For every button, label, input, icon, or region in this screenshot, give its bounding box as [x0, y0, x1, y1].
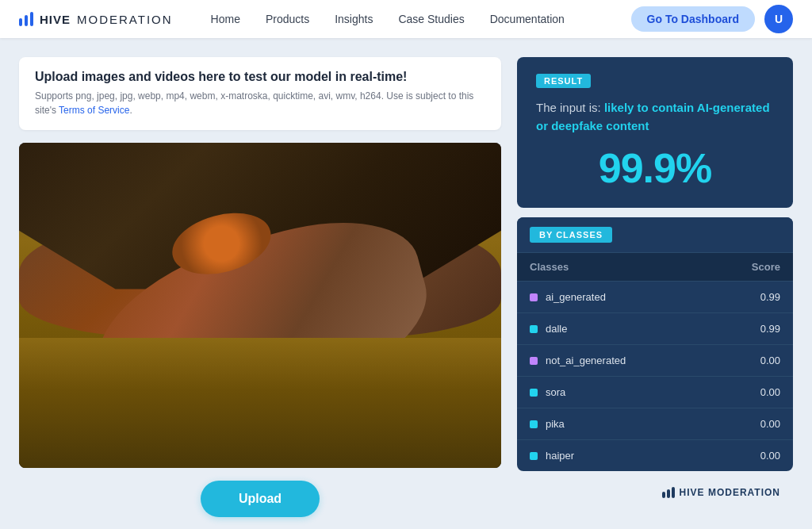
- table-header: Classes Score: [517, 252, 793, 281]
- uploaded-image: [19, 143, 501, 468]
- row-indicator: [530, 389, 538, 397]
- row-label: dalle: [546, 323, 733, 335]
- row-indicator: [530, 325, 538, 333]
- footer-logo-icon: [662, 487, 675, 498]
- row-score: 0.99: [733, 323, 780, 335]
- brand-name: HIVE: [40, 13, 71, 26]
- footer-logo: HIVE MODERATION: [517, 481, 793, 504]
- row-indicator: [530, 357, 538, 365]
- nav-case-studies[interactable]: Case Studies: [398, 13, 464, 25]
- col-score: Score: [733, 261, 780, 273]
- classes-badge: BY CLASSES: [530, 227, 612, 243]
- upload-header: Upload images and videos here to test ou…: [19, 57, 501, 130]
- row-score: 0.00: [733, 418, 780, 430]
- classes-header: BY CLASSES: [517, 217, 793, 252]
- brand-sub: MODERATION: [77, 13, 173, 26]
- navbar: HIVE MODERATION Home Products Insights C…: [0, 0, 812, 38]
- logo-bar-3: [30, 12, 33, 26]
- result-badge: RESULT: [536, 74, 591, 88]
- row-score: 0.00: [733, 386, 780, 398]
- row-label: sora: [546, 386, 733, 398]
- result-card: RESULT The input is: likely to contain A…: [517, 57, 793, 208]
- right-panel: RESULT The input is: likely to contain A…: [517, 57, 793, 504]
- left-panel: Upload images and videos here to test ou…: [19, 57, 501, 517]
- avatar[interactable]: U: [764, 5, 793, 33]
- row-score: 0.99: [733, 291, 780, 303]
- result-text: The input is: likely to contain AI-gener…: [536, 99, 774, 135]
- row-indicator: [530, 452, 538, 460]
- nav-right: Go To Dashboard U: [631, 5, 793, 33]
- logo-bar-2: [25, 15, 28, 26]
- upload-btn-container: Upload: [19, 481, 501, 517]
- classes-card: BY CLASSES Classes Score ai_generated 0.…: [517, 217, 793, 471]
- scene-water: [67, 355, 453, 420]
- table-row: dalle 0.99: [517, 312, 793, 344]
- table-row: sora 0.00: [517, 376, 793, 408]
- row-indicator: [530, 293, 538, 301]
- row-label: pika: [546, 418, 733, 430]
- upload-title: Upload images and videos here to test ou…: [35, 70, 485, 84]
- footer-bar-3: [672, 487, 675, 498]
- terms-link[interactable]: Terms of Service: [59, 105, 129, 116]
- logo: HIVE MODERATION: [19, 12, 173, 26]
- row-label: haiper: [546, 450, 733, 462]
- upload-description: Supports png, jpeg, jpg, webp, mp4, webm…: [35, 89, 485, 117]
- main-content: Upload images and videos here to test ou…: [0, 38, 812, 529]
- footer-bar-1: [662, 492, 665, 498]
- row-indicator: [530, 420, 538, 428]
- table-row: ai_generated 0.99: [517, 281, 793, 312]
- table-row: pika 0.00: [517, 408, 793, 439]
- row-label: not_ai_generated: [546, 355, 733, 366]
- nav-documentation[interactable]: Documentation: [490, 13, 565, 25]
- dashboard-button[interactable]: Go To Dashboard: [631, 6, 755, 32]
- result-label: The input is:: [536, 101, 604, 114]
- table-row: haiper 0.00: [517, 439, 793, 471]
- nav-home[interactable]: Home: [211, 13, 240, 25]
- classes-table-body: ai_generated 0.99 dalle 0.99 not_ai_gene…: [517, 281, 793, 471]
- table-row: not_ai_generated 0.00: [517, 344, 793, 376]
- upload-button[interactable]: Upload: [201, 481, 320, 517]
- row-score: 0.00: [733, 450, 780, 462]
- nav-products[interactable]: Products: [266, 13, 309, 25]
- image-container: [19, 143, 501, 468]
- row-score: 0.00: [733, 355, 780, 366]
- logo-bar-1: [19, 18, 22, 26]
- result-percentage: 99.9%: [536, 144, 774, 192]
- row-label: ai_generated: [546, 291, 733, 303]
- col-classes: Classes: [530, 261, 733, 273]
- logo-icon: [19, 12, 33, 26]
- footer-bar-2: [667, 489, 670, 498]
- nav-links: Home Products Insights Case Studies Docu…: [211, 13, 631, 25]
- nav-insights[interactable]: Insights: [335, 13, 373, 25]
- footer-brand: HIVE MODERATION: [680, 487, 780, 498]
